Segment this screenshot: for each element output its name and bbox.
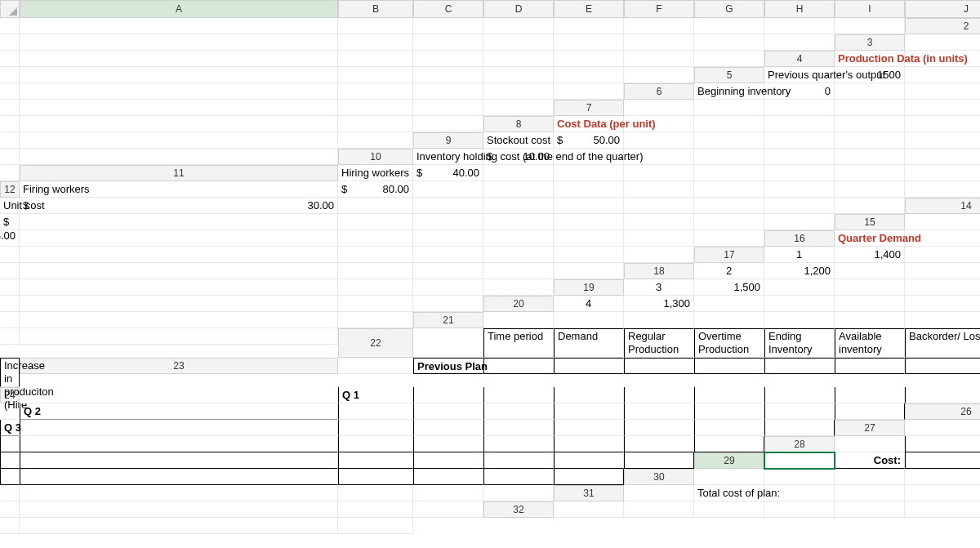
cell-A12[interactable]: Firing workers [20, 181, 338, 198]
cell-I8[interactable] [20, 132, 338, 149]
cell-G6[interactable] [20, 100, 338, 116]
cell-E1[interactable] [483, 18, 554, 34]
row-header-9[interactable]: 9 [413, 132, 483, 149]
cell-F20[interactable] [905, 296, 980, 312]
cell-B2[interactable] [0, 34, 20, 51]
cell-I3[interactable] [624, 51, 694, 67]
cell-D21[interactable] [694, 312, 764, 328]
cell-B22[interactable]: Time period [483, 328, 554, 358]
cell-F18[interactable] [0, 279, 20, 296]
col-header-C[interactable]: C [413, 0, 483, 18]
cell-A24[interactable] [20, 387, 338, 403]
cell-A25[interactable] [0, 403, 20, 420]
col-header-A[interactable]: A [20, 0, 338, 18]
cell-I2[interactable] [694, 34, 764, 51]
cell-J22[interactable]: Increase in produciton (Hire [0, 358, 20, 387]
cell-F16[interactable] [338, 247, 413, 263]
cell-A32[interactable] [554, 501, 624, 518]
cell-D16[interactable] [0, 247, 20, 263]
cell-B13[interactable]: $30.00 [20, 198, 338, 214]
cell-C1[interactable] [338, 18, 413, 34]
col-header-B[interactable]: B [338, 0, 413, 18]
cell-E27[interactable] [338, 436, 413, 452]
cell-D10[interactable] [624, 149, 694, 165]
cell-C15[interactable] [0, 230, 20, 247]
cell-D19[interactable] [835, 279, 905, 296]
cell-H29[interactable] [413, 469, 483, 485]
cell-H24[interactable] [764, 387, 835, 403]
cell-C20[interactable] [694, 296, 764, 312]
cell-F29[interactable] [20, 469, 338, 485]
col-header-D[interactable]: D [483, 0, 554, 18]
cell-G27[interactable] [483, 436, 554, 452]
cell-B32[interactable] [624, 501, 694, 518]
cell-D2[interactable] [338, 34, 413, 51]
row-header-15[interactable]: 15 [835, 214, 905, 230]
cell-J12[interactable] [905, 181, 980, 198]
cell-C14[interactable] [20, 214, 338, 230]
cell-A27[interactable] [905, 420, 980, 436]
cell-I7[interactable] [338, 116, 413, 132]
cell-H11[interactable] [835, 165, 905, 181]
cell-F28[interactable] [338, 452, 413, 469]
cell-A3[interactable] [905, 34, 980, 51]
cell-D22[interactable]: Regular Production [624, 328, 694, 358]
cell-H31[interactable] [20, 501, 338, 518]
cell-D7[interactable] [835, 100, 905, 116]
cell-H12[interactable] [764, 181, 835, 198]
cell-D26[interactable] [338, 420, 413, 436]
cell-E3[interactable] [338, 51, 413, 67]
cell-J25[interactable] [835, 403, 905, 420]
cell-E12[interactable] [554, 181, 624, 198]
cell-G15[interactable] [483, 230, 554, 247]
cell-I26[interactable] [694, 420, 764, 436]
cell-A5[interactable]: Previous quarter's output [764, 67, 835, 83]
cell-E28[interactable] [20, 452, 338, 469]
cell-I6[interactable] [413, 100, 483, 116]
cell-I14[interactable] [694, 214, 764, 230]
cell-C11[interactable] [483, 165, 554, 181]
cell-B10[interactable]: $10.00 [483, 149, 554, 165]
cell-J4[interactable] [624, 67, 694, 83]
cell-H7[interactable] [20, 116, 338, 132]
cell-J2[interactable] [764, 34, 835, 51]
cell-D15[interactable] [20, 230, 338, 247]
cell-F3[interactable] [413, 51, 483, 67]
cell-J5[interactable] [554, 83, 624, 100]
cell-G29[interactable] [338, 469, 413, 485]
cell-G23[interactable] [764, 358, 835, 374]
cell-F9[interactable] [835, 132, 905, 149]
cell-J27[interactable] [694, 436, 764, 452]
cell-G3[interactable] [483, 51, 554, 67]
row-header-30[interactable]: 30 [624, 469, 694, 485]
cell-D24[interactable] [483, 387, 554, 403]
cell-B18[interactable]: 1,200 [764, 263, 835, 279]
cell-D25[interactable] [413, 403, 483, 420]
cell-D18[interactable] [905, 263, 980, 279]
cell-J6[interactable] [483, 100, 554, 116]
cell-H8[interactable] [0, 132, 20, 149]
cell-C17[interactable] [905, 247, 980, 263]
cell-B11[interactable]: $40.00 [413, 165, 483, 181]
cell-B25[interactable]: Q 2 [20, 403, 338, 420]
row-header-32[interactable]: 32 [483, 501, 554, 518]
cell-I15[interactable] [624, 230, 694, 247]
cell-A1[interactable] [0, 18, 20, 34]
cell-B7[interactable] [694, 100, 764, 116]
cell-A28[interactable] [835, 436, 905, 452]
cell-B29[interactable]: Cost: [835, 452, 905, 469]
cell-H3[interactable] [554, 51, 624, 67]
cell-F23[interactable] [694, 358, 764, 374]
cell-F17[interactable] [20, 263, 338, 279]
cell-F5[interactable] [20, 83, 338, 100]
cell-I16[interactable] [554, 247, 624, 263]
row-header-12[interactable]: 12 [0, 181, 20, 198]
cell-G21[interactable] [905, 312, 980, 328]
row-header-23[interactable]: 23 [20, 358, 338, 374]
cell-E11[interactable] [624, 165, 694, 181]
cell-G22[interactable]: Available inventory [835, 328, 905, 358]
col-header-I[interactable]: I [835, 0, 905, 18]
cell-B6[interactable]: 0 [764, 83, 835, 100]
cell-J17[interactable] [554, 263, 624, 279]
cell-H10[interactable] [905, 149, 980, 165]
